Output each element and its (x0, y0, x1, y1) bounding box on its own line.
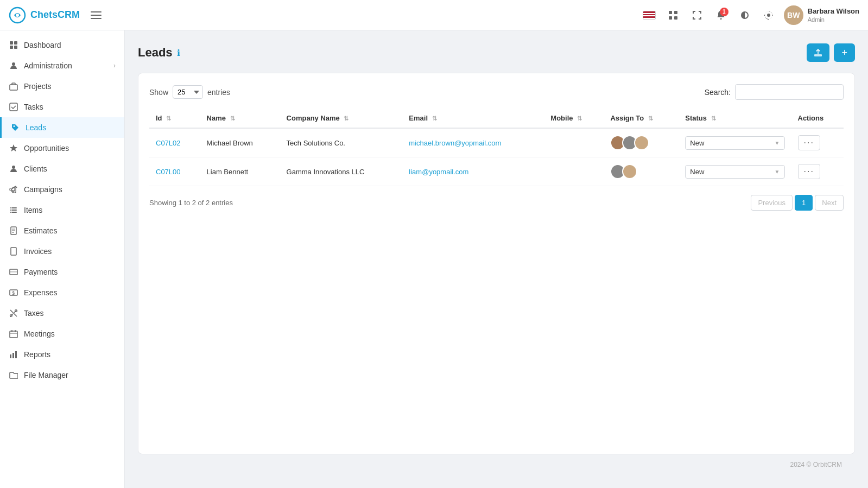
header-right: 1 BW Barbara Wilson Admin (641, 5, 859, 25)
sidebar-item-dashboard[interactable]: Dashboard (0, 35, 124, 55)
avatar (622, 164, 637, 179)
upload-icon (814, 49, 822, 56)
user-profile[interactable]: BW Barbara Wilson Admin (784, 5, 859, 25)
header-left: ChetsCRM (9, 7, 104, 24)
file-icon (9, 246, 18, 256)
table-footer: Showing 1 to 2 of 2 entries Previous 1 N… (149, 195, 844, 211)
sidebar-item-clients[interactable]: Clients (0, 159, 124, 179)
sidebar-label-invoices: Invoices (24, 247, 116, 256)
col-header-name[interactable]: Name ⇅ (200, 109, 280, 128)
sidebar-item-campaigns[interactable]: Campaigns (0, 179, 124, 200)
sidebar-item-projects[interactable]: Projects (0, 76, 124, 97)
row1-status: New ▼ (679, 128, 791, 157)
sidebar-label-campaigns: Campaigns (24, 185, 116, 194)
sidebar: Dashboard Administration › Projects (0, 30, 125, 488)
upload-button[interactable] (807, 43, 829, 62)
col-header-assign[interactable]: Assign To ⇅ (604, 109, 679, 128)
search-box: Search: (705, 84, 844, 100)
sidebar-label-expenses: Expenses (24, 288, 116, 297)
svg-rect-9 (14, 46, 17, 49)
table-body: C07L02 Michael Brown Tech Solutions Co. … (149, 128, 844, 186)
row2-actions: ··· (791, 157, 844, 186)
sidebar-nav: Dashboard Administration › Projects (0, 30, 124, 488)
row1-email-link[interactable]: michael.brown@yopmail.com (409, 139, 501, 147)
sidebar-item-payments[interactable]: Payments (0, 262, 124, 282)
col-header-email[interactable]: Email ⇅ (402, 109, 544, 128)
row2-id-link[interactable]: C07L00 (156, 168, 181, 176)
search-input[interactable] (735, 84, 844, 100)
svg-rect-4 (669, 16, 672, 20)
col-label-assign: Assign To (610, 114, 644, 122)
table-controls: Show 25 10 50 100 entries Search: (149, 84, 844, 100)
sidebar-item-invoices[interactable]: Invoices (0, 241, 124, 262)
flag-icon[interactable] (641, 7, 658, 24)
sidebar-item-items[interactable]: Items (0, 200, 124, 220)
sidebar-label-meetings: Meetings (24, 329, 116, 338)
row1-status-dropdown[interactable]: New ▼ (685, 136, 784, 150)
row2-email-link[interactable]: liam@yopmail.com (409, 168, 468, 176)
table-head: Id ⇅ Name ⇅ Company Name ⇅ Email (149, 109, 844, 128)
page-1-button[interactable]: 1 (795, 195, 813, 211)
sidebar-label-tasks: Tasks (24, 103, 116, 111)
sidebar-item-file-manager[interactable]: File Manager (0, 365, 124, 385)
svg-rect-12 (10, 103, 17, 111)
row1-actions: ··· (791, 128, 844, 157)
row1-company: Tech Solutions Co. (280, 128, 403, 157)
sidebar-item-administration[interactable]: Administration › (0, 55, 124, 76)
row1-name: Michael Brown (200, 128, 280, 157)
sidebar-item-reports[interactable]: Reports (0, 344, 124, 365)
row2-dropdown-arrow: ▼ (775, 169, 780, 175)
fullscreen-icon[interactable] (688, 7, 706, 24)
row1-id-link[interactable]: C07L02 (156, 139, 181, 147)
hamburger-button[interactable] (88, 9, 104, 21)
logo-icon (9, 7, 26, 24)
add-button[interactable]: + (834, 43, 855, 62)
col-header-status[interactable]: Status ⇅ (679, 109, 791, 128)
sort-icon-status: ⇅ (711, 115, 716, 122)
sidebar-label-administration: Administration (24, 61, 108, 70)
next-page-button[interactable]: Next (815, 195, 844, 211)
sidebar-item-meetings[interactable]: Meetings (0, 324, 124, 344)
col-label-status: Status (685, 114, 707, 122)
app-logo[interactable]: ChetsCRM (9, 7, 80, 24)
row2-actions-button[interactable]: ··· (798, 164, 820, 179)
sort-icon-company: ⇅ (344, 115, 349, 122)
entries-select[interactable]: 25 10 50 100 (173, 85, 203, 99)
svg-rect-24 (11, 248, 16, 255)
person-icon (9, 164, 18, 174)
sidebar-item-leads[interactable]: Leads (0, 117, 124, 138)
sidebar-label-dashboard: Dashboard (24, 41, 116, 49)
row1-actions-button[interactable]: ··· (798, 135, 820, 150)
col-header-mobile[interactable]: Mobile ⇅ (544, 109, 604, 128)
show-label: Show (149, 88, 168, 97)
col-header-id[interactable]: Id ⇅ (149, 109, 200, 128)
info-icon[interactable]: ℹ (177, 48, 180, 58)
col-header-actions: Actions (791, 109, 844, 128)
main-content: Leads ℹ + Show 25 10 (125, 30, 868, 488)
sidebar-label-file-manager: File Manager (24, 371, 116, 379)
dark-mode-icon[interactable] (736, 7, 753, 24)
header-actions: + (807, 43, 855, 62)
table-header-row: Id ⇅ Name ⇅ Company Name ⇅ Email (149, 109, 844, 128)
sidebar-item-opportunities[interactable]: Opportunities (0, 138, 124, 159)
row2-avatar-group (610, 164, 672, 179)
apps-grid-icon[interactable] (664, 7, 682, 24)
bar-chart-icon (9, 350, 18, 359)
row2-status: New ▼ (679, 157, 791, 186)
sidebar-item-expenses[interactable]: $ Expenses (0, 282, 124, 303)
svg-rect-5 (674, 16, 677, 20)
prev-page-button[interactable]: Previous (751, 195, 793, 211)
sidebar-item-taxes[interactable]: Taxes (0, 303, 124, 324)
notifications-icon[interactable]: 1 (712, 7, 730, 24)
row2-status-dropdown[interactable]: New ▼ (685, 165, 784, 179)
svg-rect-35 (10, 354, 11, 358)
app-name: ChetsCRM (30, 9, 80, 21)
col-header-company[interactable]: Company Name ⇅ (280, 109, 403, 128)
user-circle-icon (9, 61, 18, 71)
settings-icon[interactable] (760, 7, 777, 24)
sidebar-item-estimates[interactable]: Estimates (0, 220, 124, 241)
sidebar-item-tasks[interactable]: Tasks (0, 97, 124, 117)
table-row: C07L02 Michael Brown Tech Solutions Co. … (149, 128, 844, 157)
row1-avatar-group (610, 135, 672, 150)
sort-icon-email: ⇅ (432, 115, 437, 122)
